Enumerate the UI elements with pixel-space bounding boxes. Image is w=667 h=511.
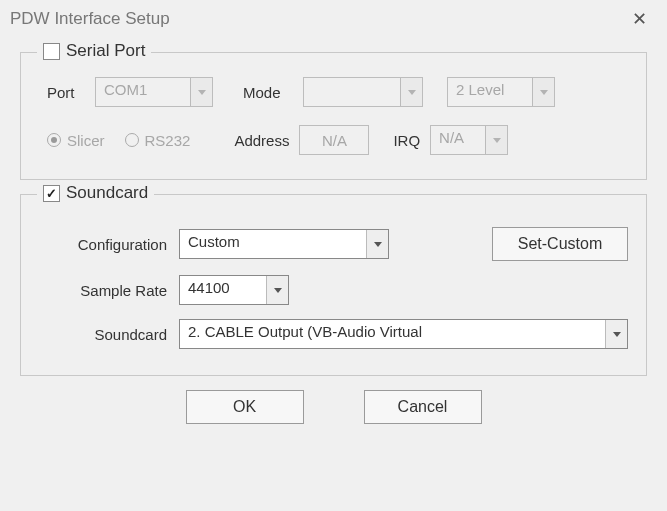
mode-label: Mode	[243, 84, 293, 101]
soundcard-device-combo-button[interactable]	[605, 320, 627, 348]
address-value: N/A	[322, 132, 347, 149]
chevron-down-icon	[613, 332, 621, 337]
level-combo: 2 Level	[447, 77, 555, 107]
soundcard-device-row: Soundcard 2. CABLE Output (VB-Audio Virt…	[39, 319, 628, 349]
chevron-down-icon	[198, 90, 206, 95]
cancel-button[interactable]: Cancel	[364, 390, 482, 424]
serial-row-2: Slicer RS232 Address N/A IRQ N/A	[47, 125, 628, 155]
dialog-window: PDW Interface Setup ✕ Serial Port Port C…	[0, 0, 667, 511]
sample-rate-combo-button[interactable]	[266, 276, 288, 304]
serial-port-group: Serial Port Port COM1 Mode 2 Level	[20, 52, 647, 180]
address-field: N/A	[299, 125, 369, 155]
chevron-down-icon	[274, 288, 282, 293]
serial-port-legend: Serial Port	[37, 41, 151, 61]
level-combo-button	[532, 78, 554, 106]
configuration-row: Configuration Custom Set-Custom	[39, 227, 628, 261]
soundcard-device-label: Soundcard	[39, 326, 179, 343]
irq-value: N/A	[431, 126, 485, 154]
configuration-value: Custom	[180, 230, 366, 258]
soundcard-device-value: 2. CABLE Output (VB-Audio Virtual	[180, 320, 605, 348]
serial-row-1: Port COM1 Mode 2 Level	[47, 77, 628, 107]
content-area: Serial Port Port COM1 Mode 2 Level	[0, 36, 667, 434]
serial-port-checkbox[interactable]	[43, 43, 60, 60]
port-combo: COM1	[95, 77, 213, 107]
soundcard-device-combo[interactable]: 2. CABLE Output (VB-Audio Virtual	[179, 319, 628, 349]
sample-rate-label: Sample Rate	[39, 282, 179, 299]
set-custom-button[interactable]: Set-Custom	[492, 227, 628, 261]
soundcard-legend-label: Soundcard	[66, 183, 148, 203]
rs232-radio: RS232	[125, 132, 191, 149]
chevron-down-icon	[408, 90, 416, 95]
soundcard-legend: Soundcard	[37, 183, 154, 203]
configuration-label: Configuration	[39, 236, 179, 253]
port-label: Port	[47, 84, 85, 101]
radio-dot-icon	[47, 133, 61, 147]
radio-dot-icon	[125, 133, 139, 147]
chevron-down-icon	[540, 90, 548, 95]
close-icon[interactable]: ✕	[624, 6, 655, 32]
titlebar: PDW Interface Setup ✕	[0, 0, 667, 36]
slicer-radio-label: Slicer	[67, 132, 105, 149]
sample-rate-row: Sample Rate 44100	[39, 275, 628, 305]
port-value: COM1	[96, 78, 190, 106]
port-combo-button	[190, 78, 212, 106]
dialog-buttons: OK Cancel	[14, 390, 653, 424]
mode-value	[304, 78, 400, 106]
irq-combo: N/A	[430, 125, 508, 155]
configuration-combo[interactable]: Custom	[179, 229, 389, 259]
window-title: PDW Interface Setup	[10, 9, 170, 29]
irq-label: IRQ	[393, 132, 420, 149]
slicer-radio: Slicer	[47, 132, 105, 149]
mode-combo-button	[400, 78, 422, 106]
ok-button[interactable]: OK	[186, 390, 304, 424]
serial-port-legend-label: Serial Port	[66, 41, 145, 61]
level-value: 2 Level	[448, 78, 532, 106]
mode-combo	[303, 77, 423, 107]
chevron-down-icon	[493, 138, 501, 143]
configuration-combo-button[interactable]	[366, 230, 388, 258]
irq-combo-button	[485, 126, 507, 154]
sample-rate-combo[interactable]: 44100	[179, 275, 289, 305]
sample-rate-value: 44100	[180, 276, 266, 304]
rs232-radio-label: RS232	[145, 132, 191, 149]
address-label: Address	[234, 132, 289, 149]
chevron-down-icon	[374, 242, 382, 247]
soundcard-checkbox[interactable]	[43, 185, 60, 202]
soundcard-group: Soundcard Configuration Custom Set-Custo…	[20, 194, 647, 376]
